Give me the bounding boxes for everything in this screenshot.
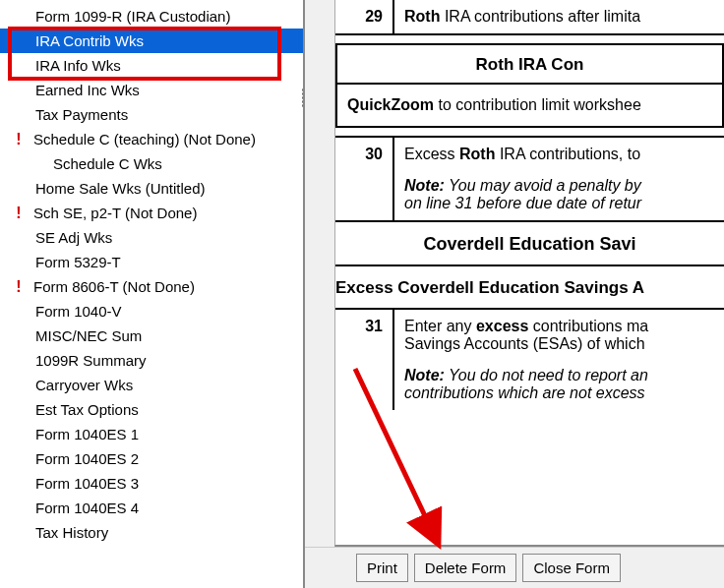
line31-bold: excess <box>476 318 528 334</box>
sidebar-item-2[interactable]: IRA Info Wks <box>0 53 303 78</box>
sidebar-item-17[interactable]: Form 1040ES 1 <box>0 422 303 446</box>
sidebar-item-0[interactable]: Form 1099-R (IRA Custodian) <box>0 4 303 29</box>
sidebar-item-14[interactable]: 1099R Summary <box>0 348 303 373</box>
sidebar-item-label: Form 1040-V <box>35 303 122 320</box>
line-29-bold: Roth <box>404 8 440 25</box>
delete-form-button[interactable]: Delete Form <box>414 554 517 582</box>
line30-note-b: on line 31 before due date of retur <box>404 195 641 211</box>
coverdell-heading: Coverdell Education Savi <box>335 222 724 266</box>
sidebar-item-label: Schedule C Wks <box>53 155 162 172</box>
sidebar-item-6[interactable]: Schedule C Wks <box>0 151 303 176</box>
sidebar-item-10[interactable]: Form 5329-T <box>0 250 303 274</box>
print-button[interactable]: Print <box>356 554 408 582</box>
sidebar-item-16[interactable]: Est Tax Options <box>0 397 303 422</box>
line31-note-a: You do not need to report an <box>445 367 648 383</box>
line31-note-b: contributions which are not excess <box>404 384 645 401</box>
sidebar-item-13[interactable]: MISC/NEC Sum <box>0 323 303 348</box>
quickzoom-text: to contribution limit workshee <box>434 96 641 113</box>
splitter-grip[interactable] <box>297 85 304 110</box>
sidebar-item-label: Form 1040ES 2 <box>35 450 139 467</box>
line30-b: IRA contributions, to <box>495 146 640 162</box>
sidebar-forms-list: Form 1099-R (IRA Custodian)IRA Contrib W… <box>0 0 305 588</box>
line30-a: Excess <box>404 146 459 162</box>
sidebar-item-3[interactable]: Earned Inc Wks <box>0 78 303 102</box>
sidebar-item-label: SE Adj Wks <box>35 229 112 246</box>
sidebar-item-11[interactable]: !Form 8606-T (Not Done) <box>0 274 303 299</box>
sidebar-item-label: Earned Inc Wks <box>35 82 140 98</box>
line31-note-label: Note: <box>404 367 445 383</box>
sidebar-item-4[interactable]: Tax Payments <box>0 102 303 127</box>
line-31-desc: Enter any excess contributions ma Saving… <box>394 310 724 410</box>
sidebar-item-8[interactable]: !Sch SE, p2-T (Not Done) <box>0 201 303 225</box>
excess-coverdell-heading: Excess Coverdell Education Savings A <box>335 266 724 310</box>
sidebar-item-label: Carryover Wks <box>35 377 133 393</box>
sidebar-item-label: Est Tax Options <box>35 401 139 418</box>
quickzoom-label: QuickZoom <box>347 96 434 113</box>
line31-text2: Savings Accounts (ESAs) of which <box>404 335 645 352</box>
sidebar-item-19[interactable]: Form 1040ES 3 <box>0 471 303 496</box>
form-content: 29 Roth IRA contributions after limita R… <box>334 0 724 547</box>
sidebar-item-label: Sch SE, p2-T (Not Done) <box>33 205 197 221</box>
sidebar-item-18[interactable]: Form 1040ES 2 <box>0 446 303 471</box>
sidebar-item-label: IRA Contrib Wks <box>35 32 144 49</box>
sidebar-item-9[interactable]: SE Adj Wks <box>0 225 303 250</box>
sidebar-item-label: 1099R Summary <box>35 352 147 369</box>
sidebar-item-label: Form 5329-T <box>35 254 121 270</box>
button-bar: Print Delete Form Close Form <box>305 547 724 588</box>
sidebar-item-label: MISC/NEC Sum <box>35 327 142 344</box>
sidebar-item-label: Home Sale Wks (Untitled) <box>35 180 206 197</box>
sidebar-item-12[interactable]: Form 1040-V <box>0 299 303 323</box>
sidebar-item-label: IRA Info Wks <box>35 57 121 74</box>
sidebar-item-label: Tax History <box>35 524 108 541</box>
sidebar-item-label: Schedule C (teaching) (Not Done) <box>33 131 256 147</box>
sidebar-item-21[interactable]: Tax History <box>0 520 303 545</box>
sidebar-item-20[interactable]: Form 1040ES 4 <box>0 496 303 520</box>
line-29-desc: Roth IRA contributions after limita <box>394 0 724 33</box>
error-flag-icon: ! <box>12 278 26 296</box>
line-number-29: 29 <box>335 0 394 33</box>
form-panel: 29 Roth IRA contributions after limita R… <box>305 0 724 588</box>
line-number-31: 31 <box>335 310 394 410</box>
line-number-30: 30 <box>335 138 394 220</box>
sidebar-item-label: Form 1040ES 3 <box>35 475 139 492</box>
sidebar-item-label: Tax Payments <box>35 106 128 123</box>
line-30-desc: Excess Roth IRA contributions, to Note: … <box>394 138 724 220</box>
roth-ira-inset-box: Roth IRA Con QuickZoom to contribution l… <box>335 43 724 128</box>
line31-a: Enter any <box>404 318 476 334</box>
sidebar-item-label: Form 8606-T (Not Done) <box>33 278 195 295</box>
sidebar-item-label: Form 1099-R (IRA Custodian) <box>35 8 230 25</box>
sidebar-item-1[interactable]: IRA Contrib Wks <box>0 29 303 53</box>
quickzoom-row[interactable]: QuickZoom to contribution limit workshee <box>337 85 722 126</box>
roth-ira-inset-heading: Roth IRA Con <box>337 45 722 85</box>
error-flag-icon: ! <box>12 131 26 148</box>
sidebar-item-label: Form 1040ES 1 <box>35 426 139 442</box>
error-flag-icon: ! <box>12 205 26 222</box>
sidebar-item-label: Form 1040ES 4 <box>35 500 139 516</box>
close-form-button[interactable]: Close Form <box>522 554 621 582</box>
line-29-rest: IRA contributions after limita <box>440 8 640 25</box>
line30-bold: Roth <box>459 146 495 162</box>
line31-b: contributions ma <box>528 318 648 334</box>
sidebar-item-7[interactable]: Home Sale Wks (Untitled) <box>0 176 303 201</box>
line30-note-a: You may avoid a penalty by <box>445 177 641 194</box>
sidebar-item-15[interactable]: Carryover Wks <box>0 373 303 397</box>
sidebar-item-5[interactable]: !Schedule C (teaching) (Not Done) <box>0 127 303 151</box>
line30-note-label: Note: <box>404 177 445 194</box>
